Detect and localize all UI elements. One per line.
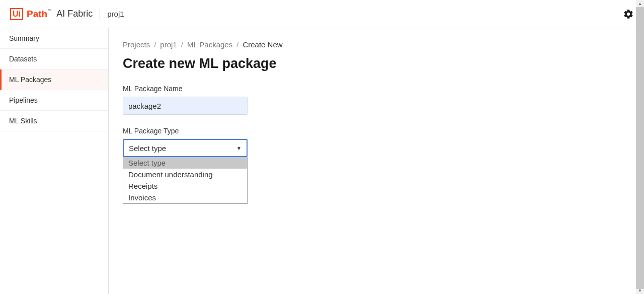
type-dropdown: Select type Document understanding Recei… [123,157,248,204]
breadcrumb-sep: / [154,40,156,49]
scrollbar-up-icon[interactable]: ▲ [636,0,644,7]
logo-path-text: Path™ [26,9,51,20]
breadcrumb-proj1[interactable]: proj1 [160,40,177,49]
sidebar: Summary Datasets ML Packages Pipelines M… [0,28,109,294]
sidebar-item-ml-skills[interactable]: ML Skills [0,111,108,131]
dropdown-option-document-understanding[interactable]: Document understanding [123,169,247,180]
main-content: Projects / proj1 / ML Packages / Create … [109,28,644,294]
select-value: Select type [129,144,166,153]
header-divider [100,9,100,20]
logo[interactable]: Ui Path™ AI Fabric [10,8,93,20]
breadcrumb-ml-packages[interactable]: ML Packages [187,40,232,49]
scrollbar-thumb[interactable] [636,7,644,289]
scrollbar-down-icon[interactable]: ▼ [636,287,644,294]
sidebar-item-pipelines[interactable]: Pipelines [0,90,108,111]
package-name-input[interactable] [123,97,248,115]
logo-ui-icon: Ui [10,8,23,20]
app-header: Ui Path™ AI Fabric proj1 [0,0,644,28]
breadcrumb-current: Create New [243,40,282,49]
dropdown-option-invoices[interactable]: Invoices [123,192,247,203]
project-name[interactable]: proj1 [107,10,124,18]
sidebar-item-ml-packages[interactable]: ML Packages [0,69,108,90]
dropdown-option-placeholder[interactable]: Select type [123,157,247,169]
dropdown-option-receipts[interactable]: Receipts [123,180,247,192]
breadcrumb-sep: / [236,40,238,49]
header-left: Ui Path™ AI Fabric proj1 [10,8,124,20]
scrollbar[interactable]: ▲ ▼ [636,0,644,294]
product-name: AI Fabric [56,9,93,19]
page-title: Create new ML package [123,56,630,71]
name-field-label: ML Package Name [123,85,630,93]
package-type-select[interactable]: Select type ▼ [123,139,248,157]
breadcrumb: Projects / proj1 / ML Packages / Create … [123,40,630,49]
sidebar-item-summary[interactable]: Summary [0,28,108,49]
type-field-label: ML Package Type [123,127,630,135]
breadcrumb-sep: / [181,40,183,49]
chevron-down-icon: ▼ [236,145,242,151]
breadcrumb-projects[interactable]: Projects [123,40,150,49]
sidebar-item-datasets[interactable]: Datasets [0,49,108,69]
gear-icon[interactable] [623,9,634,20]
